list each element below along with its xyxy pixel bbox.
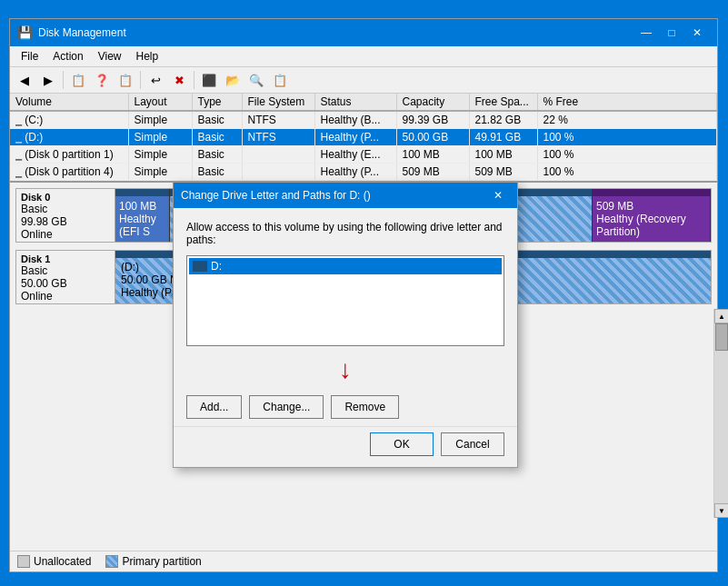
scroll-thumb[interactable] [715,323,728,351]
scroll-down-button[interactable]: ▼ [714,503,728,518]
listbox-item-d[interactable]: D: [189,258,502,274]
cancel-button[interactable]: Cancel [441,432,504,456]
dialog-ok-cancel-area: OK Cancel [174,426,517,467]
dialog-description: Allow access to this volume by using the… [186,221,504,246]
drive-listbox[interactable]: D: [186,255,504,346]
dialog-title-bar: Change Drive Letter and Paths for D: () … [174,183,517,208]
listbox-drive-letter: D: [211,260,222,273]
change-drive-dialog: Change Drive Letter and Paths for D: () … [173,182,518,468]
scroll-track[interactable] [714,323,728,503]
dialog-action-buttons: Add... Change... Remove [174,395,517,426]
scroll-up-button[interactable]: ▲ [714,309,728,323]
dialog-title-text: Change Drive Letter and Paths for D: () [181,189,486,202]
vertical-scrollbar[interactable]: ▲ ▼ [713,309,728,518]
dialog-close-button[interactable]: ✕ [486,184,510,207]
dialog-overlay: Change Drive Letter and Paths for D: () … [0,0,728,586]
change-button[interactable]: Change... [249,395,324,419]
dialog-body: Allow access to this volume by using the… [174,208,517,395]
ok-button[interactable]: OK [370,432,434,456]
drive-icon [193,261,207,272]
remove-button[interactable]: Remove [331,395,399,419]
add-button[interactable]: Add... [186,395,242,419]
down-arrow-indicator: ↓ [186,357,504,382]
